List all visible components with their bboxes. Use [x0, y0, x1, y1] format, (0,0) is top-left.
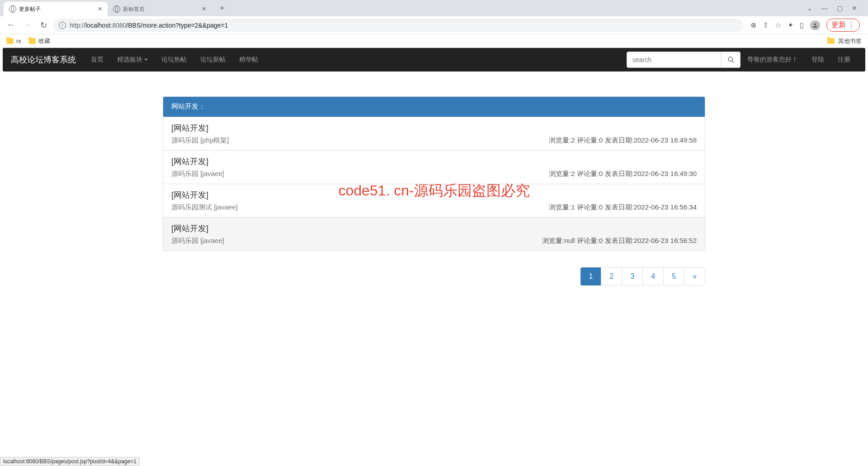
other-bookmarks[interactable]: 其他书签	[821, 37, 862, 45]
guest-greeting: 尊敬的游客您好！	[741, 56, 805, 64]
post-item[interactable]: [网站开发] 源码乐园 [php框架] 浏览量:2 评论量:0 发表日期:202…	[163, 117, 705, 150]
register-link[interactable]: 注册	[831, 48, 857, 71]
url-text: http://localhost:8080/BBS/more.action?ty…	[70, 22, 228, 29]
tab-close-icon[interactable]: ×	[202, 5, 206, 13]
bookmark-label: rx	[16, 38, 21, 44]
nav-item[interactable]: 论坛新帖	[193, 48, 232, 71]
search-button[interactable]	[722, 52, 741, 68]
browser-chrome: 更多帖子×新标签页× + ⌄ — ▢ ✕ ← → ↻ i http://loca…	[0, 0, 868, 48]
post-stats: 浏览量:2 评论量:0 发表日期:2022-06-23 16:49:58	[549, 136, 697, 145]
toolbar-icons: ⊕ ⇪ ☆ ✦ ▯ 更新⋮	[747, 19, 863, 32]
svg-point-0	[814, 23, 816, 25]
folder-icon	[6, 38, 14, 44]
page-number[interactable]: 3	[622, 267, 643, 285]
chevron-down-icon[interactable]: ⌄	[807, 5, 812, 12]
address-bar[interactable]: i http://localhost:8080/BBS/more.action?…	[53, 19, 743, 32]
post-title: [网站开发]	[171, 223, 697, 234]
back-button[interactable]: ←	[5, 19, 17, 32]
zoom-icon[interactable]: ⊕	[750, 21, 756, 29]
panel-heading: 网站开发：	[163, 97, 705, 117]
tab-bar: 更多帖子×新标签页× + ⌄ — ▢ ✕	[0, 0, 868, 16]
reload-button[interactable]: ↻	[37, 19, 50, 32]
minimize-icon[interactable]: —	[821, 5, 828, 12]
navbar-nav: 首页精选板块论坛热帖论坛新帖精华帖	[84, 48, 265, 71]
profile-avatar-icon[interactable]	[810, 20, 820, 30]
bookmark-item[interactable]: 收藏	[28, 37, 50, 45]
post-stats: 浏览量:2 评论量:0 发表日期:2022-06-23 16:49:30	[549, 170, 697, 178]
post-author: 源码乐园 [javaee]	[171, 237, 224, 245]
caret-down-icon	[144, 59, 148, 61]
folder-icon	[28, 38, 36, 44]
folder-icon	[827, 38, 835, 44]
browser-tab[interactable]: 新标签页×	[108, 2, 212, 16]
bookmark-label: 收藏	[38, 37, 50, 45]
post-title: [网站开发]	[171, 156, 697, 167]
browser-tab[interactable]: 更多帖子×	[4, 2, 108, 16]
nav-item[interactable]: 论坛热帖	[155, 48, 193, 71]
svg-point-1	[728, 57, 732, 61]
tab-title: 新标签页	[123, 5, 145, 13]
close-window-icon[interactable]: ✕	[852, 5, 857, 12]
post-item[interactable]: [网站开发] 源码乐园 [javaee] 浏览量:null 评论量:0 发表日期…	[163, 217, 705, 251]
extensions-icon[interactable]: ✦	[788, 21, 793, 29]
bookmark-bar: rx收藏 其他书签	[0, 34, 868, 48]
page-number[interactable]: 4	[642, 267, 664, 285]
tab-close-icon[interactable]: ×	[98, 5, 102, 13]
forward-button[interactable]: →	[21, 19, 33, 32]
globe-icon	[9, 5, 16, 13]
post-title: [网站开发]	[171, 190, 697, 200]
browser-toolbar: ← → ↻ i http://localhost:8080/BBS/more.a…	[0, 16, 868, 34]
post-author: 源码乐园测试 [javaee]	[171, 203, 238, 212]
new-tab-button[interactable]: +	[215, 4, 229, 13]
nav-item[interactable]: 精选板块	[110, 48, 155, 71]
maximize-icon[interactable]: ▢	[837, 5, 843, 12]
bookmark-item[interactable]: rx	[6, 37, 21, 45]
post-author: 源码乐园 [php框架]	[171, 136, 229, 145]
pagination-wrap: 12345»	[163, 267, 705, 285]
posts-panel: 网站开发： [网站开发] 源码乐园 [php框架] 浏览量:2 评论量:0 发表…	[163, 96, 705, 251]
page-number[interactable]: 2	[601, 267, 622, 285]
page-number[interactable]: 5	[663, 267, 684, 285]
page-number[interactable]: 1	[580, 267, 602, 285]
side-panel-icon[interactable]: ▯	[800, 21, 804, 29]
search-icon	[727, 56, 735, 63]
tab-title: 更多帖子	[19, 5, 41, 13]
post-item[interactable]: [网站开发] 源码乐园 [javaee] 浏览量:2 评论量:0 发表日期:20…	[163, 150, 705, 184]
svg-line-2	[732, 61, 734, 62]
page-navbar: 高校论坛博客系统 首页精选板块论坛热帖论坛新帖精华帖 尊敬的游客您好！ 登陆 注…	[3, 48, 865, 71]
share-icon[interactable]: ⇪	[763, 21, 769, 29]
nav-item[interactable]: 首页	[84, 48, 110, 71]
search-group	[627, 52, 741, 68]
login-link[interactable]: 登陆	[805, 48, 831, 71]
post-stats: 浏览量:1 评论量:0 发表日期:2022-06-23 16:56:34	[549, 203, 697, 212]
bookmark-star-icon[interactable]: ☆	[775, 21, 781, 29]
post-item[interactable]: [网站开发] 源码乐园测试 [javaee] 浏览量:1 评论量:0 发表日期:…	[163, 184, 705, 217]
site-info-icon[interactable]: i	[59, 22, 66, 29]
navbar-brand[interactable]: 高校论坛博客系统	[3, 54, 84, 65]
posts-list: [网站开发] 源码乐园 [php框架] 浏览量:2 评论量:0 发表日期:202…	[163, 117, 705, 251]
page-next[interactable]: »	[684, 267, 705, 285]
main-container: 网站开发： [网站开发] 源码乐园 [php框架] 浏览量:2 评论量:0 发表…	[156, 96, 712, 285]
search-input[interactable]	[627, 52, 722, 68]
nav-item[interactable]: 精华帖	[232, 48, 265, 71]
post-author: 源码乐园 [javaee]	[171, 170, 224, 178]
update-button[interactable]: 更新⋮	[826, 19, 860, 32]
post-title: [网站开发]	[171, 123, 697, 133]
globe-icon	[113, 5, 120, 13]
window-controls: ⌄ — ▢ ✕	[800, 5, 864, 12]
pagination: 12345»	[581, 267, 705, 285]
post-stats: 浏览量:null 评论量:0 发表日期:2022-06-23 16:56:52	[542, 237, 697, 245]
